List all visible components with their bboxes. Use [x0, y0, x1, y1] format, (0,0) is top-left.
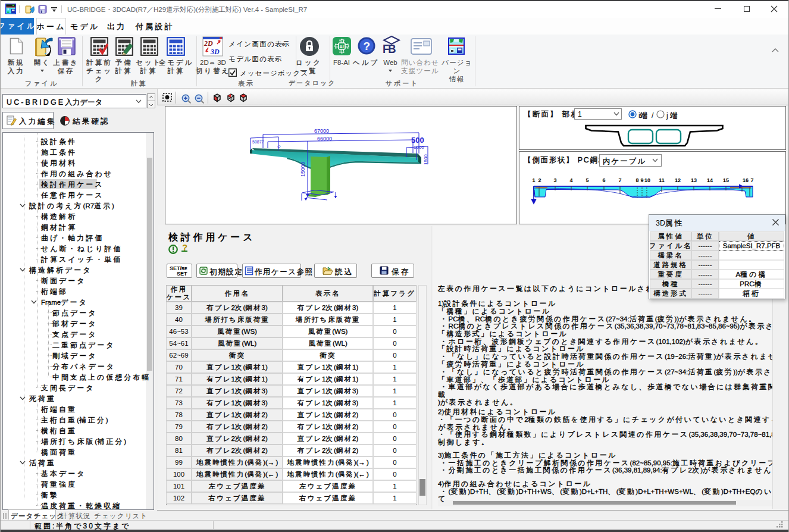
svg-text:15: 15: [723, 177, 729, 183]
svg-text:7: 7: [750, 177, 753, 183]
svg-text:?: ?: [364, 40, 371, 52]
svg-text:4: 4: [569, 177, 572, 183]
svg-text:0: 0: [277, 145, 281, 148]
svg-text:3D: 3D: [210, 48, 220, 56]
svg-text:16: 16: [743, 177, 749, 183]
svg-text:67000: 67000: [314, 128, 329, 134]
svg-text:500: 500: [411, 136, 424, 145]
svg-text:11: 11: [659, 177, 665, 183]
svg-text:AI: AI: [340, 45, 344, 49]
svg-text:7: 7: [618, 177, 621, 183]
svg-text:15000: 15000: [300, 162, 306, 177]
svg-text:14: 14: [707, 177, 713, 183]
svg-text:9: 9: [640, 177, 643, 183]
svg-text:1000: 1000: [414, 145, 424, 150]
svg-text:6: 6: [602, 177, 605, 183]
svg-text:12: 12: [675, 177, 681, 183]
svg-text:FB: FB: [383, 42, 396, 55]
svg-text:1500: 1500: [423, 154, 428, 165]
svg-text:66000: 66000: [317, 136, 332, 142]
svg-text:2D: 2D: [203, 39, 213, 48]
svg-text:13: 13: [691, 177, 697, 183]
svg-text:2: 2: [538, 177, 541, 183]
svg-text:50877: 50877: [252, 140, 264, 144]
svg-text:10: 10: [644, 177, 650, 183]
svg-text:5: 5: [586, 177, 588, 183]
svg-text:8: 8: [635, 177, 638, 183]
svg-text:1: 1: [532, 177, 535, 183]
svg-text:3: 3: [553, 177, 556, 183]
